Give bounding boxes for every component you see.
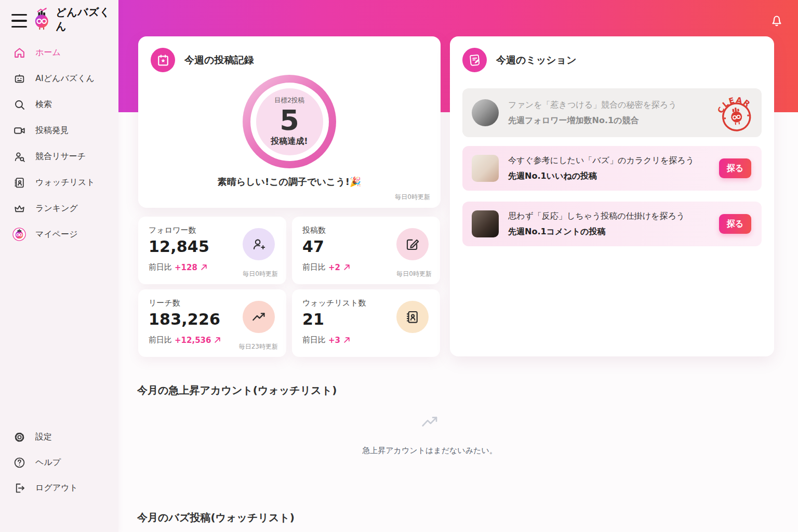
up-arrow-icon xyxy=(200,263,208,271)
robot-icon xyxy=(12,72,26,85)
clear-stamp: CLEAR xyxy=(716,92,756,135)
sidebar-item-label: ヘルプ xyxy=(35,457,61,468)
post-count: 5 xyxy=(280,106,299,136)
delta-value: +12,536 xyxy=(175,336,211,345)
up-arrow-icon xyxy=(214,336,221,344)
mission-subtitle: 先週フォロワー増加数No.1の競合 xyxy=(508,115,677,126)
stat-update-note: 毎日23時更新 xyxy=(239,342,278,351)
stat-label: リーチ数 xyxy=(149,298,180,308)
empty-state-text: 急上昇アカウントはまだないみたい。 xyxy=(362,446,497,456)
sidebar-item-label: ホーム xyxy=(35,47,61,58)
sidebar-item-ranking[interactable]: ランキング xyxy=(0,195,118,221)
sidebar-item-search[interactable]: 検索 xyxy=(0,91,118,117)
address-book-icon xyxy=(396,301,429,333)
rising-accounts-empty-state: 急上昇アカウントはまだないみたい。 xyxy=(137,411,722,456)
mission-thumbnail xyxy=(472,155,499,182)
stat-update-note: 毎日0時更新 xyxy=(243,270,278,278)
search-icon xyxy=(12,98,26,111)
sidebar-item-label: 投稿発見 xyxy=(35,125,69,136)
mission-thumbnail xyxy=(472,210,499,237)
explore-button[interactable]: 探る xyxy=(719,158,751,178)
mission-thumbnail xyxy=(472,99,499,126)
sidebar: どんバズくん ホーム xyxy=(0,0,118,532)
delta-value: +128 xyxy=(175,263,197,272)
rising-accounts-heading: 今月の急上昇アカウント(ウォッチリスト) xyxy=(137,383,337,397)
explore-button[interactable]: 探る xyxy=(719,214,751,234)
sidebar-item-ai-donbuzz[interactable]: AIどんバズくん xyxy=(0,65,118,91)
stat-label: 投稿数 xyxy=(302,225,326,235)
buzz-posts-heading: 今月のバズ投稿(ウォッチリスト) xyxy=(137,511,295,525)
mission-item-cleared[interactable]: ファンを「惹きつける」競合の秘密を探ろう 先週フォロワー増加数No.1の競合 C… xyxy=(462,88,762,137)
mascot-logo-icon xyxy=(32,7,53,31)
up-arrow-icon xyxy=(343,336,351,344)
sidebar-item-watchlist[interactable]: ウォッチリスト xyxy=(0,169,118,195)
mission-title: ファンを「惹きつける」競合の秘密を探ろう xyxy=(508,100,677,111)
sidebar-item-home[interactable]: ホーム xyxy=(0,39,118,65)
notification-bell-button[interactable] xyxy=(769,12,784,28)
app-title: どんバズくん xyxy=(56,5,118,33)
trending-up-icon xyxy=(243,301,275,333)
mission-item-likes[interactable]: 今すぐ参考にしたい「バズ」のカラクリを探ろう 先週No.1いいねの投稿 探る xyxy=(462,146,762,191)
mission-title: 今すぐ参考にしたい「バズ」のカラクリを探ろう xyxy=(508,155,694,166)
missions-card: 今週のミッション ファンを「惹きつける」競合の秘密を探ろう 先週フォロワー増加数… xyxy=(450,36,774,356)
edit-post-icon xyxy=(396,228,429,260)
stat-label: フォロワー数 xyxy=(149,225,196,235)
mission-scroll-icon xyxy=(462,48,487,72)
missions-title: 今週のミッション xyxy=(496,54,577,67)
sidebar-item-label: 競合リサーチ xyxy=(35,151,86,162)
hamburger-menu-button[interactable] xyxy=(11,14,27,28)
stat-value: 21 xyxy=(302,310,324,328)
up-arrow-icon xyxy=(343,263,351,271)
stat-card-reach: リーチ数 183,226 前日比 +12,536 毎日23時更新 xyxy=(138,289,286,357)
delta-label: 前日比 xyxy=(302,262,326,272)
trending-up-empty-icon xyxy=(419,411,440,432)
person-plus-icon xyxy=(243,228,275,260)
logout-icon xyxy=(12,481,26,495)
sidebar-footer: 設定 ヘルプ xyxy=(0,428,118,497)
delta-value: +2 xyxy=(328,263,340,272)
avatar xyxy=(12,228,26,241)
help-icon xyxy=(12,456,26,469)
sidebar-item-help[interactable]: ヘルプ xyxy=(0,454,118,471)
crown-icon xyxy=(12,202,26,215)
sidebar-item-label: マイページ xyxy=(35,229,78,240)
sidebar-item-label: ログアウト xyxy=(35,483,78,494)
stat-card-watchlist: ウォッチリスト数 21 前日比 +3 xyxy=(292,289,440,357)
update-note: 毎日0時更新 xyxy=(395,193,430,202)
stat-card-posts: 投稿数 47 前日比 +2 毎日0時更新 xyxy=(292,217,440,284)
stat-update-note: 毎日0時更新 xyxy=(396,270,432,278)
address-book-icon xyxy=(12,176,26,189)
sidebar-item-post-discovery[interactable]: 投稿発見 xyxy=(0,117,118,143)
app-logo[interactable]: どんバズくん xyxy=(32,5,118,33)
post-record-card: 今週の投稿記録 目標2投稿 5 投稿達成! 素晴らしい!この調子でいこう!🎉 毎… xyxy=(138,36,441,208)
delta-value: +3 xyxy=(328,336,340,345)
mission-subtitle: 先週No.1いいねの投稿 xyxy=(508,171,694,182)
delta-label: 前日比 xyxy=(149,335,172,345)
sidebar-item-my-page[interactable]: マイページ xyxy=(0,221,118,247)
delta-label: 前日比 xyxy=(302,335,326,345)
mission-item-comments[interactable]: 思わず「反応」しちゃう投稿の仕掛けを探ろう 先週No.1コメントの投稿 探る xyxy=(462,202,762,246)
calendar-star-icon xyxy=(151,48,175,72)
sidebar-item-logout[interactable]: ログアウト xyxy=(0,479,118,497)
post-record-title: 今週の投稿記録 xyxy=(184,54,254,67)
app-root: どんバズくん ホーム xyxy=(0,0,798,532)
mission-subtitle: 先週No.1コメントの投稿 xyxy=(508,227,685,237)
gear-icon xyxy=(12,430,26,444)
stat-value: 183,226 xyxy=(149,310,220,328)
bell-icon xyxy=(769,12,784,28)
sidebar-item-label: 検索 xyxy=(35,99,52,110)
person-search-icon xyxy=(12,150,26,163)
sidebar-item-label: ランキング xyxy=(35,203,78,214)
sidebar-item-label: AIどんバズくん xyxy=(35,73,95,84)
sidebar-item-settings[interactable]: 設定 xyxy=(0,428,118,446)
weekly-progress-ring: 目標2投稿 5 投稿達成! xyxy=(243,75,336,168)
mission-title: 思わず「反応」しちゃう投稿の仕掛けを探ろう xyxy=(508,211,685,222)
stat-value: 12,845 xyxy=(149,237,209,256)
encouragement-message: 素晴らしい!この調子でいこう!🎉 xyxy=(138,176,441,188)
stat-card-followers: フォロワー数 12,845 前日比 +128 毎日0時更新 xyxy=(138,217,286,284)
sidebar-item-competitor-research[interactable]: 競合リサーチ xyxy=(0,143,118,169)
home-icon xyxy=(12,46,26,59)
achieved-label: 投稿達成! xyxy=(271,136,308,147)
video-camera-icon xyxy=(12,124,26,137)
sidebar-nav: ホーム AIどんバズくん xyxy=(0,39,118,247)
